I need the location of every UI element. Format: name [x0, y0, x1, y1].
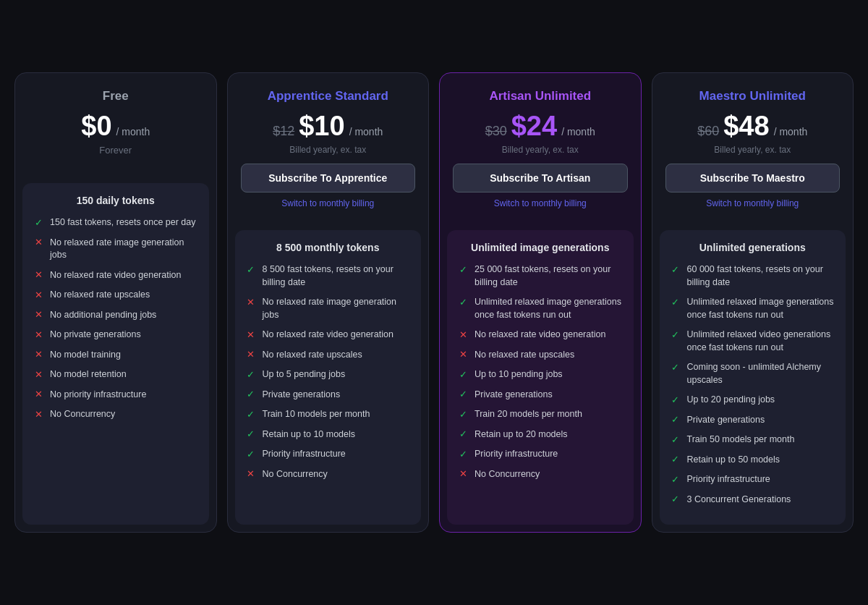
- feature-text-artisan-9: No Concurrency: [475, 468, 540, 481]
- x-icon-artisan-9: ✕: [457, 469, 469, 481]
- feature-text-free-6: No model training: [50, 349, 121, 362]
- feature-item-free-7: ✕ No model retention: [33, 368, 199, 381]
- price-row-artisan: $30 $24 / month: [453, 111, 628, 142]
- forever-note: Forever: [28, 145, 203, 156]
- switch-billing-artisan[interactable]: Switch to monthly billing: [453, 198, 628, 211]
- feature-item-free-4: ✕ No additional pending jobs: [33, 309, 199, 322]
- price-old-artisan: $30: [485, 124, 507, 139]
- feature-item-free-6: ✕ No model training: [33, 349, 199, 362]
- features-headline-maestro: Unlimited generations: [670, 242, 836, 253]
- feature-item-maestro-8: ✓ Priority infrastructure: [670, 473, 836, 486]
- x-icon-free-5: ✕: [33, 329, 44, 341]
- check-icon-artisan-1: ✓: [457, 297, 469, 308]
- price-current-maestro: $48: [723, 111, 769, 142]
- feature-item-free-5: ✕ No private generations: [33, 329, 199, 342]
- features-section-maestro: Unlimited generations ✓ 60 000 fast toke…: [660, 230, 846, 525]
- x-icon-free-4: ✕: [33, 310, 44, 321]
- feature-text-apprentice-1: No relaxed rate image generation jobs: [263, 296, 412, 321]
- feature-item-maestro-4: ✓ Up to 20 pending jobs: [670, 394, 836, 407]
- check-icon-artisan-7: ✓: [457, 429, 469, 441]
- feature-text-free-2: No relaxed rate video generation: [50, 269, 181, 282]
- feature-text-maestro-1: Unlimited relaxed image generations once…: [687, 296, 836, 321]
- check-icon-maestro-5: ✓: [670, 415, 681, 426]
- feature-text-artisan-6: Train 20 models per month: [475, 408, 582, 421]
- feature-text-maestro-6: Train 50 models per month: [687, 433, 795, 447]
- feature-item-maestro-1: ✓ Unlimited relaxed image generations on…: [670, 296, 836, 321]
- feature-text-artisan-2: No relaxed rate video generation: [475, 329, 605, 342]
- price-per-free: / month: [116, 126, 150, 138]
- feature-item-apprentice-3: ✕ No relaxed rate upscales: [245, 349, 412, 362]
- subscribe-btn-maestro[interactable]: Subscribe To Maestro: [665, 164, 841, 192]
- feature-text-free-1: No relaxed rate image generation jobs: [50, 237, 199, 262]
- feature-item-free-9: ✕ No Concurrency: [33, 408, 199, 421]
- feature-text-free-7: No model retention: [50, 368, 127, 381]
- feature-item-maestro-2: ✓ Unlimited relaxed video generations on…: [670, 329, 836, 354]
- pricing-grid: Free $0 / month Forever150 daily tokens …: [14, 72, 854, 533]
- plan-header-free: Free $0 / month Forever: [15, 73, 216, 176]
- x-icon-free-9: ✕: [33, 409, 44, 420]
- feature-item-maestro-9: ✓ 3 Concurrent Generations: [670, 494, 836, 507]
- features-section-free: 150 daily tokens ✓ 150 fast tokens, rese…: [22, 183, 209, 525]
- check-icon-artisan-5: ✓: [457, 389, 469, 401]
- feature-item-artisan-5: ✓ Private generations: [457, 389, 624, 402]
- feature-item-free-1: ✕ No relaxed rate image generation jobs: [33, 237, 199, 262]
- billing-note-maestro: Billed yearly, ex. tax: [665, 145, 841, 155]
- check-icon-apprentice-8: ✓: [245, 449, 257, 460]
- check-icon-artisan-0: ✓: [457, 264, 469, 276]
- feature-text-artisan-0: 25 000 fast tokens, resets on your billi…: [475, 263, 624, 289]
- plan-card-artisan: Artisan Unlimited $30 $24 / month Billed…: [439, 72, 642, 533]
- feature-item-artisan-4: ✓ Up to 10 pending jobs: [457, 368, 624, 381]
- features-headline-apprentice: 8 500 monthly tokens: [245, 242, 412, 253]
- subscribe-btn-artisan[interactable]: Subscribe To Artisan: [453, 164, 628, 192]
- check-icon-maestro-9: ✓: [670, 494, 681, 506]
- feature-text-free-0: 150 fast tokens, resets once per day: [50, 216, 196, 229]
- feature-item-apprentice-9: ✕ No Concurrency: [245, 468, 412, 481]
- feature-text-free-4: No additional pending jobs: [50, 309, 156, 322]
- feature-text-maestro-4: Up to 20 pending jobs: [687, 394, 775, 407]
- x-icon-artisan-2: ✕: [457, 329, 469, 341]
- switch-billing-maestro[interactable]: Switch to monthly billing: [665, 198, 841, 211]
- check-icon-maestro-7: ✓: [670, 454, 681, 466]
- feature-item-free-8: ✕ No priority infrastructure: [33, 389, 199, 402]
- x-icon-free-6: ✕: [33, 350, 44, 361]
- price-old-apprentice: $12: [273, 124, 294, 139]
- feature-text-apprentice-5: Private generations: [263, 389, 341, 402]
- feature-text-artisan-7: Retain up to 20 models: [475, 428, 568, 441]
- feature-text-artisan-8: Priority infrastructure: [475, 448, 558, 461]
- feature-item-apprentice-0: ✓ 8 500 fast tokens, resets on your bill…: [245, 263, 412, 289]
- feature-text-artisan-5: Private generations: [475, 389, 553, 402]
- check-icon-apprentice-0: ✓: [245, 264, 257, 276]
- features-section-artisan: Unlimited image generations ✓ 25 000 fas…: [447, 230, 634, 525]
- feature-item-artisan-7: ✓ Retain up to 20 models: [457, 428, 624, 441]
- price-per-apprentice: / month: [349, 126, 383, 138]
- feature-text-artisan-3: No relaxed rate upscales: [475, 349, 574, 362]
- feature-item-apprentice-8: ✓ Priority infrastructure: [245, 448, 412, 461]
- check-icon-maestro-0: ✓: [670, 264, 681, 276]
- x-icon-free-3: ✕: [33, 289, 44, 301]
- feature-text-maestro-5: Private generations: [687, 414, 765, 427]
- check-icon-apprentice-6: ✓: [245, 409, 257, 420]
- feature-item-apprentice-1: ✕ No relaxed rate image generation jobs: [245, 296, 412, 321]
- check-icon-apprentice-7: ✓: [245, 429, 257, 441]
- check-icon-maestro-4: ✓: [670, 394, 681, 406]
- price-current-free: $0: [81, 111, 111, 142]
- subscribe-btn-apprentice[interactable]: Subscribe To Apprentice: [241, 164, 416, 192]
- feature-item-artisan-8: ✓ Priority infrastructure: [457, 448, 624, 461]
- feature-text-maestro-8: Priority infrastructure: [687, 473, 770, 486]
- feature-item-apprentice-5: ✓ Private generations: [245, 389, 412, 402]
- plan-card-apprentice: Apprentice Standard $12 $10 / month Bill…: [227, 72, 430, 533]
- feature-item-apprentice-7: ✓ Retain up to 10 models: [245, 428, 412, 441]
- feature-item-artisan-9: ✕ No Concurrency: [457, 468, 624, 481]
- plan-name-apprentice: Apprentice Standard: [241, 89, 416, 103]
- check-icon-maestro-2: ✓: [670, 329, 681, 341]
- feature-text-artisan-4: Up to 10 pending jobs: [475, 368, 563, 381]
- switch-billing-apprentice[interactable]: Switch to monthly billing: [241, 198, 416, 211]
- billing-note-artisan: Billed yearly, ex. tax: [453, 145, 628, 155]
- check-icon-artisan-8: ✓: [457, 449, 469, 460]
- feature-item-maestro-0: ✓ 60 000 fast tokens, resets on your bil…: [670, 263, 836, 289]
- features-headline-free: 150 daily tokens: [33, 195, 199, 206]
- check-icon-maestro-6: ✓: [670, 434, 681, 446]
- feature-text-free-5: No private generations: [50, 329, 141, 342]
- feature-item-artisan-2: ✕ No relaxed rate video generation: [457, 329, 624, 342]
- x-icon-apprentice-3: ✕: [245, 350, 257, 361]
